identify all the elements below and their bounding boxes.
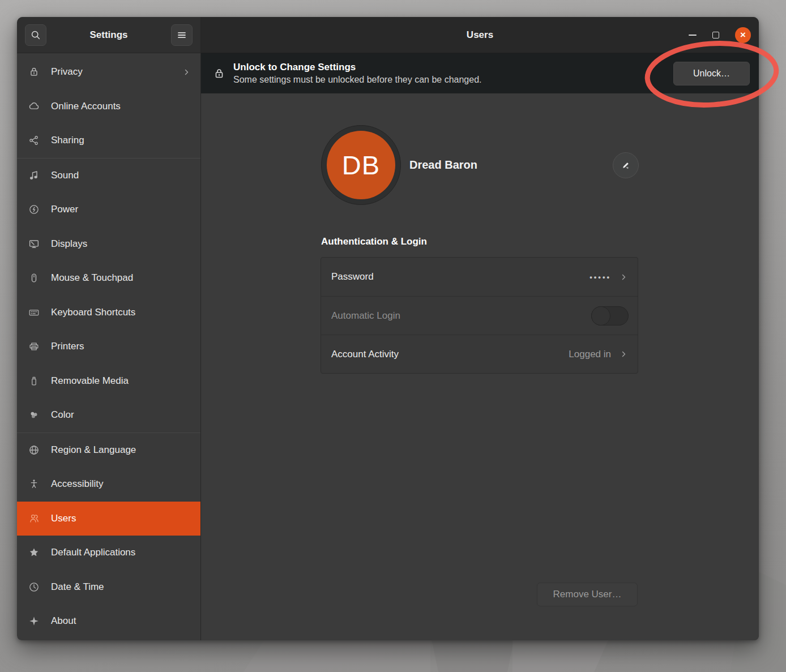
sidebar-item-label: Removable Media xyxy=(51,375,129,387)
music-note-icon xyxy=(27,169,41,182)
sidebar-item-label: Users xyxy=(51,513,76,524)
chevron-right-icon xyxy=(619,349,629,359)
password-label: Password xyxy=(331,271,374,283)
sidebar-item-printers[interactable]: Printers xyxy=(17,329,200,364)
avatar[interactable]: DB xyxy=(321,125,401,205)
user-name: Dread Baron xyxy=(409,159,477,172)
automatic-login-toggle[interactable] xyxy=(591,306,629,326)
cloud-icon xyxy=(27,100,41,113)
sidebar-item-accessibility[interactable]: Accessibility xyxy=(17,467,200,502)
flash-drive-icon xyxy=(27,374,41,388)
share-icon xyxy=(27,134,41,147)
sidebar-item-sharing[interactable]: Sharing xyxy=(17,123,200,158)
headerbar: Users × xyxy=(201,17,759,53)
search-icon xyxy=(29,29,42,41)
auth-card: Password ••••• Automatic Login xyxy=(321,257,638,374)
page-title: Users xyxy=(467,29,493,41)
sidebar-item-label: Color xyxy=(51,409,74,421)
users-icon xyxy=(27,512,41,525)
sidebar-item-privacy[interactable]: Privacy xyxy=(17,55,200,89)
automatic-login-row: Automatic Login xyxy=(321,296,638,335)
pencil-icon xyxy=(620,160,631,171)
settings-window: Settings Privacy Onl xyxy=(17,17,759,640)
globe-icon xyxy=(27,443,41,457)
password-row[interactable]: Password ••••• xyxy=(321,258,638,296)
window-controls: × xyxy=(689,17,751,53)
color-circles-icon xyxy=(27,408,41,422)
sidebar-item-label: Accessibility xyxy=(51,478,104,490)
sidebar-item-removable-media[interactable]: Removable Media xyxy=(17,364,200,399)
sidebar-item-sound[interactable]: Sound xyxy=(17,159,200,193)
accessibility-icon xyxy=(27,477,41,491)
sidebar-header: Settings xyxy=(17,17,200,53)
unlock-banner-text: Unlock to Change Settings Some settings … xyxy=(233,62,482,85)
sidebar-item-label: Online Accounts xyxy=(51,101,121,112)
clock-icon xyxy=(27,580,41,594)
close-button[interactable]: × xyxy=(735,27,751,43)
sidebar-item-label: About xyxy=(51,615,76,627)
sidebar-item-label: Region & Language xyxy=(51,444,136,456)
mouse-icon xyxy=(27,271,41,285)
minimize-button[interactable] xyxy=(689,35,697,36)
content-pane: Users × Unlock to Change Settings Some s… xyxy=(201,17,759,640)
lock-icon xyxy=(212,67,226,80)
star-icon xyxy=(27,546,41,559)
lock-icon xyxy=(27,65,41,79)
sidebar-item-label: Date & Time xyxy=(51,581,104,593)
sidebar-item-label: Default Applications xyxy=(51,547,135,558)
toggle-knob xyxy=(591,306,610,326)
power-icon xyxy=(27,203,41,216)
menu-button[interactable] xyxy=(171,24,193,46)
account-activity-row[interactable]: Account Activity Logged in xyxy=(321,335,638,373)
users-page: DB Dread Baron Authentication & Login Pa… xyxy=(201,93,759,640)
sidebar-item-label: Sharing xyxy=(51,135,84,146)
sidebar-item-default-applications[interactable]: Default Applications xyxy=(17,536,200,570)
user-row: DB Dread Baron xyxy=(321,125,639,205)
unlock-button[interactable]: Unlock… xyxy=(673,62,750,85)
sidebar-item-keyboard-shortcuts[interactable]: Keyboard Shortcuts xyxy=(17,296,200,330)
sidebar-list: Privacy Online Accounts Sharing xyxy=(17,53,200,640)
sidebar-item-mouse-touchpad[interactable]: Mouse & Touchpad xyxy=(17,261,200,296)
sidebar-item-color[interactable]: Color xyxy=(17,398,200,433)
maximize-button[interactable] xyxy=(712,32,719,38)
sidebar-item-date-time[interactable]: Date & Time xyxy=(17,570,200,605)
password-dots: ••••• xyxy=(590,273,611,281)
sidebar-item-users[interactable]: Users xyxy=(17,502,200,536)
search-button[interactable] xyxy=(25,24,46,46)
sidebar-item-label: Privacy xyxy=(51,66,83,78)
monitor-icon xyxy=(27,237,41,251)
sidebar-item-online-accounts[interactable]: Online Accounts xyxy=(17,89,200,124)
edit-name-button[interactable] xyxy=(613,152,639,178)
account-activity-label: Account Activity xyxy=(331,349,399,360)
chevron-right-icon xyxy=(182,67,191,77)
sidebar-item-region-language[interactable]: Region & Language xyxy=(17,433,200,468)
account-activity-value: Logged in xyxy=(569,349,611,360)
sidebar-item-label: Printers xyxy=(51,341,84,352)
automatic-login-label: Automatic Login xyxy=(331,310,400,322)
auth-section-heading: Authentication & Login xyxy=(321,236,427,247)
unlock-banner: Unlock to Change Settings Some settings … xyxy=(201,53,759,93)
keyboard-icon xyxy=(27,306,41,319)
chevron-right-icon xyxy=(619,272,629,282)
sidebar-title: Settings xyxy=(89,29,127,41)
sidebar-item-displays[interactable]: Displays xyxy=(17,227,200,262)
unlock-banner-title: Unlock to Change Settings xyxy=(233,62,482,73)
avatar-initials: DB xyxy=(327,131,395,199)
unlock-banner-subtitle: Some settings must be unlocked before th… xyxy=(233,75,482,85)
sidebar: Settings Privacy Onl xyxy=(17,17,201,640)
sidebar-item-about[interactable]: About xyxy=(17,604,200,639)
sidebar-item-label: Sound xyxy=(51,170,79,181)
close-icon: × xyxy=(740,30,746,40)
sidebar-item-power[interactable]: Power xyxy=(17,192,200,227)
sidebar-item-label: Mouse & Touchpad xyxy=(51,272,133,284)
printer-icon xyxy=(27,340,41,353)
sidebar-item-label: Keyboard Shortcuts xyxy=(51,307,135,318)
sidebar-item-label: Power xyxy=(51,204,78,215)
sidebar-item-label: Displays xyxy=(51,238,87,250)
sparkle-icon xyxy=(27,614,41,628)
hamburger-menu-icon xyxy=(176,29,188,41)
remove-user-button[interactable]: Remove User… xyxy=(537,583,638,606)
